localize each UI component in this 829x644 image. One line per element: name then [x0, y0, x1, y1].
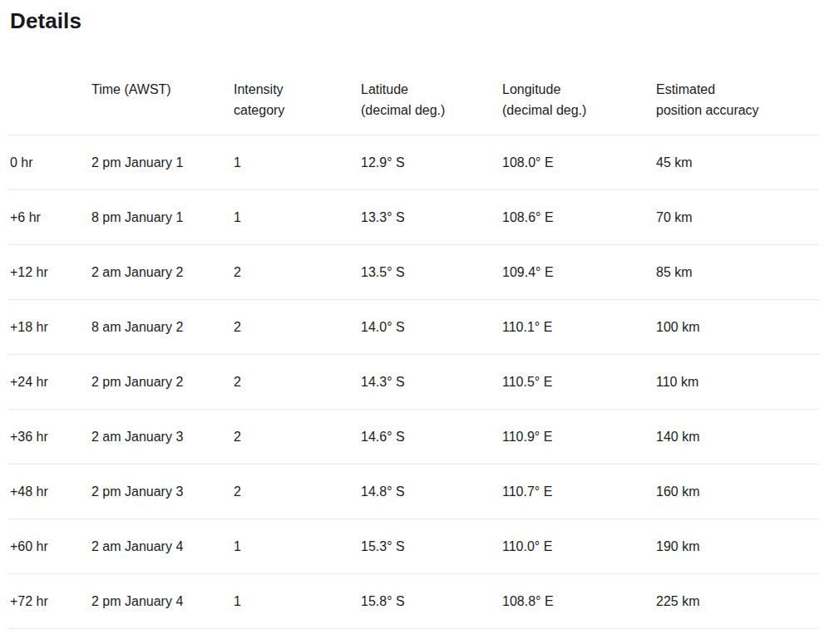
cell-position-accuracy: 85 km: [656, 245, 819, 300]
cell-intensity-category: 2: [234, 300, 361, 355]
cell-intensity-category: 1: [234, 574, 361, 629]
cell-longitude: 110.5° E: [502, 355, 656, 410]
table-row: 0 hr 2 pm January 1 1 12.9° S 108.0° E 4…: [8, 135, 819, 190]
cell-longitude: 110.0° E: [502, 519, 656, 574]
cell-latitude: 12.9° S: [361, 135, 502, 190]
cell-longitude: 110.7° E: [502, 465, 656, 519]
details-section: Details Time (AWST) Intensity category L…: [0, 0, 829, 644]
cell-time: 8 pm January 1: [91, 190, 234, 245]
cell-position-accuracy: 160 km: [656, 465, 819, 519]
cell-position-accuracy: 190 km: [656, 519, 819, 574]
column-header-forecast-hour: [8, 62, 91, 135]
cell-forecast-hour: +6 hr: [8, 190, 91, 245]
cell-latitude: 14.0° S: [361, 300, 502, 355]
cell-position-accuracy: 225 km: [656, 574, 819, 629]
cell-forecast-hour: +36 hr: [8, 410, 91, 465]
cell-forecast-hour: +18 hr: [8, 300, 91, 355]
cell-longitude: 108.0° E: [502, 135, 656, 190]
cell-time: 2 pm January 3: [91, 465, 234, 519]
cell-longitude: 110.1° E: [502, 300, 656, 355]
cell-forecast-hour: +48 hr: [8, 465, 91, 519]
cell-intensity-category: 2: [234, 465, 361, 519]
forecast-table: Time (AWST) Intensity category Latitude …: [8, 62, 819, 629]
column-header-longitude: Longitude (decimal deg.): [502, 62, 656, 135]
cell-position-accuracy: 70 km: [656, 190, 819, 245]
table-row: +72 hr 2 pm January 4 1 15.8° S 108.8° E…: [8, 574, 819, 629]
cell-forecast-hour: 0 hr: [8, 135, 91, 190]
cell-longitude: 110.9° E: [502, 410, 656, 465]
column-header-latitude: Latitude (decimal deg.): [361, 62, 502, 135]
cell-forecast-hour: +72 hr: [8, 574, 91, 629]
cell-time: 2 pm January 1: [91, 135, 234, 190]
cell-time: 2 pm January 2: [91, 355, 234, 410]
cell-forecast-hour: +12 hr: [8, 245, 91, 300]
column-header-position-accuracy: Estimated position accuracy: [656, 62, 819, 135]
cell-time: 2 am January 2: [91, 245, 234, 300]
table-row: +6 hr 8 pm January 1 1 13.3° S 108.6° E …: [8, 190, 819, 245]
cell-intensity-category: 2: [234, 355, 361, 410]
table-row: +12 hr 2 am January 2 2 13.5° S 109.4° E…: [8, 245, 819, 300]
table-row: +24 hr 2 pm January 2 2 14.3° S 110.5° E…: [8, 355, 819, 410]
section-title: Details: [10, 8, 819, 33]
cell-intensity-category: 1: [234, 519, 361, 574]
column-header-time: Time (AWST): [91, 62, 234, 135]
cell-longitude: 108.6° E: [502, 190, 656, 245]
header-row: Time (AWST) Intensity category Latitude …: [8, 62, 819, 135]
table-row: +18 hr 8 am January 2 2 14.0° S 110.1° E…: [8, 300, 819, 355]
cell-time: 2 pm January 4: [91, 574, 234, 629]
cell-time: 2 am January 4: [91, 519, 234, 574]
cell-latitude: 14.6° S: [361, 410, 502, 465]
cell-position-accuracy: 110 km: [656, 355, 819, 410]
cell-latitude: 15.8° S: [361, 574, 502, 629]
cell-time: 8 am January 2: [91, 300, 234, 355]
cell-latitude: 15.3° S: [361, 519, 502, 574]
table-row: +60 hr 2 am January 4 1 15.3° S 110.0° E…: [8, 519, 819, 574]
table-row: +36 hr 2 am January 3 2 14.6° S 110.9° E…: [8, 410, 819, 465]
cell-intensity-category: 2: [234, 245, 361, 300]
cell-longitude: 108.8° E: [502, 574, 656, 629]
cell-latitude: 14.8° S: [361, 465, 502, 519]
cell-latitude: 14.3° S: [361, 355, 502, 410]
cell-intensity-category: 1: [234, 190, 361, 245]
cell-time: 2 am January 3: [91, 410, 234, 465]
cell-forecast-hour: +60 hr: [8, 519, 91, 574]
cell-longitude: 109.4° E: [502, 245, 656, 300]
cell-position-accuracy: 45 km: [656, 135, 819, 190]
cell-forecast-hour: +24 hr: [8, 355, 91, 410]
cell-intensity-category: 1: [234, 135, 361, 190]
column-header-intensity-category: Intensity category: [234, 62, 361, 135]
cell-latitude: 13.5° S: [361, 245, 502, 300]
cell-latitude: 13.3° S: [361, 190, 502, 245]
cell-intensity-category: 2: [234, 410, 361, 465]
table-row: +48 hr 2 pm January 3 2 14.8° S 110.7° E…: [8, 465, 819, 519]
cell-position-accuracy: 100 km: [656, 300, 819, 355]
cell-position-accuracy: 140 km: [656, 410, 819, 465]
